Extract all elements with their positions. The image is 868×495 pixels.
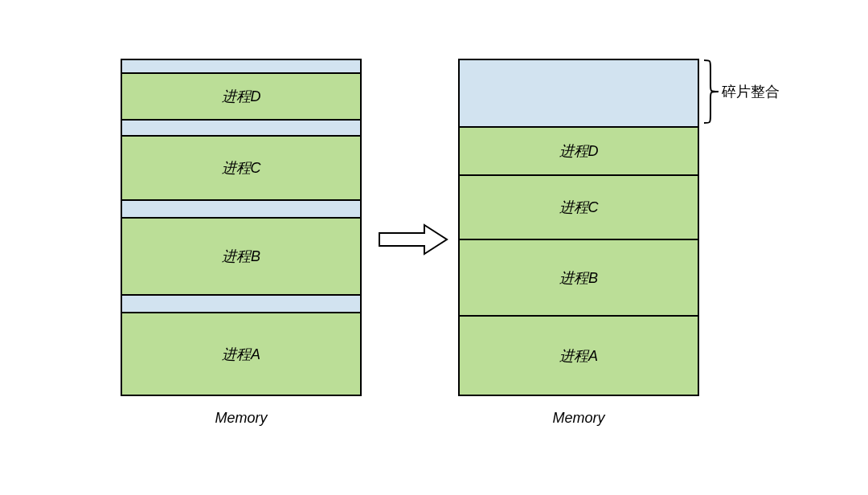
gap-segment bbox=[122, 199, 360, 217]
memory-label-before: Memory bbox=[121, 410, 362, 427]
process-label: 进程C bbox=[559, 198, 599, 217]
gap-segment bbox=[122, 119, 360, 135]
arrow-icon bbox=[378, 223, 448, 259]
process-a-segment: 进程A bbox=[122, 312, 360, 395]
process-c-segment: 进程C bbox=[460, 174, 698, 239]
process-c-segment: 进程C bbox=[122, 135, 360, 199]
process-d-segment: 进程D bbox=[122, 72, 360, 119]
process-label: 进程D bbox=[559, 141, 599, 161]
process-label: 进程B bbox=[222, 247, 260, 266]
memory-label-after: Memory bbox=[458, 410, 699, 427]
process-label: 进程A bbox=[559, 346, 598, 366]
memory-box-before: 进程D 进程C 进程B 进程A bbox=[121, 59, 362, 396]
process-label: 进程B bbox=[559, 268, 598, 288]
process-d-segment: 进程D bbox=[460, 126, 698, 174]
process-b-segment: 进程B bbox=[122, 217, 360, 294]
brace-icon bbox=[702, 59, 722, 128]
consolidated-gap-segment bbox=[460, 60, 698, 126]
gap-segment bbox=[122, 294, 360, 312]
process-label: 进程A bbox=[222, 345, 260, 364]
memory-box-after: 进程D 进程C 进程B 进程A bbox=[458, 59, 699, 396]
process-label: 进程D bbox=[222, 87, 261, 106]
process-b-segment: 进程B bbox=[460, 239, 698, 315]
gap-segment bbox=[122, 60, 360, 72]
process-label: 进程C bbox=[222, 158, 261, 178]
brace-label: 碎片整合 bbox=[722, 82, 780, 101]
process-a-segment: 进程A bbox=[460, 315, 698, 395]
memory-compaction-diagram: 进程D 进程C 进程B 进程A Memory 进程D 进程C 进程B bbox=[0, 0, 868, 495]
